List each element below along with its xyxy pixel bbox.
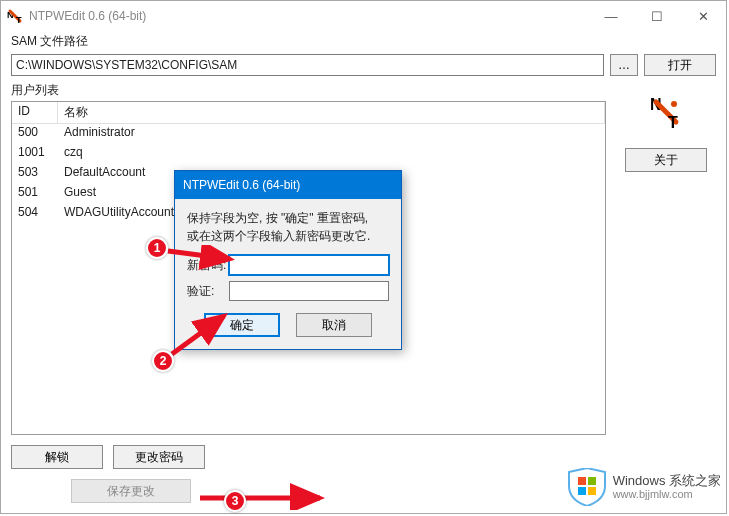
col-header-id[interactable]: ID (12, 102, 58, 123)
svg-text:T: T (668, 114, 678, 130)
cell-name: czq (58, 144, 605, 164)
svg-point-5 (671, 101, 677, 107)
cell-id: 500 (12, 124, 58, 144)
cell-id: 503 (12, 164, 58, 184)
change-password-button[interactable]: 更改密码 (113, 445, 205, 469)
col-header-name[interactable]: 名称 (58, 102, 605, 123)
maximize-button[interactable]: ☐ (634, 1, 680, 31)
close-button[interactable]: ✕ (680, 1, 726, 31)
watermark-title: Windows 系统之家 (613, 474, 721, 488)
open-button[interactable]: 打开 (644, 54, 716, 76)
table-row[interactable]: 500Administrator (12, 124, 605, 144)
sam-path-row: … 打开 (1, 52, 726, 82)
window-controls: — ☐ ✕ (588, 1, 726, 31)
dialog-cancel-button[interactable]: 取消 (296, 313, 372, 337)
userlist-label: 用户列表 (11, 82, 606, 99)
annotation-callout-2: 2 (152, 350, 174, 372)
unlock-button[interactable]: 解锁 (11, 445, 103, 469)
verify-password-label: 验证: (187, 283, 229, 300)
cell-id: 504 (12, 204, 58, 224)
minimize-button[interactable]: — (588, 1, 634, 31)
watermark: Windows 系统之家 www.bjjmlw.com (567, 468, 721, 506)
dialog-title[interactable]: NTPWEdit 0.6 (64-bit) (175, 171, 401, 199)
annotation-callout-1: 1 (146, 237, 168, 259)
sam-path-label: SAM 文件路径 (1, 31, 726, 52)
verify-password-input[interactable] (229, 281, 389, 301)
new-password-input[interactable] (229, 255, 389, 275)
listview-header: ID 名称 (12, 102, 605, 124)
password-dialog: NTPWEdit 0.6 (64-bit) 保持字段为空, 按 "确定" 重置密… (174, 170, 402, 350)
svg-rect-13 (588, 487, 596, 495)
annotation-callout-3: 3 (224, 490, 246, 512)
svg-text:T: T (16, 15, 22, 24)
save-button[interactable]: 保存更改 (71, 479, 191, 503)
windows-shield-icon (567, 468, 607, 506)
table-row[interactable]: 1001czq (12, 144, 605, 164)
about-button[interactable]: 关于 (625, 148, 707, 172)
cell-id: 1001 (12, 144, 58, 164)
dialog-instruction-line2: 或在这两个字段输入新密码更改它. (187, 229, 370, 243)
app-logo-icon: N T (648, 94, 684, 130)
app-icon: N T (7, 8, 23, 24)
dialog-instruction-line1: 保持字段为空, 按 "确定" 重置密码, (187, 211, 368, 225)
cell-id: 501 (12, 184, 58, 204)
dialog-ok-button[interactable]: 确定 (204, 313, 280, 337)
watermark-url: www.bjjmlw.com (613, 488, 721, 500)
dialog-instructions: 保持字段为空, 按 "确定" 重置密码, 或在这两个字段输入新密码更改它. (187, 209, 389, 245)
window-title: NTPWEdit 0.6 (64-bit) (29, 9, 588, 23)
svg-rect-11 (588, 477, 596, 485)
svg-rect-10 (578, 477, 586, 485)
sam-path-input[interactable] (11, 54, 604, 76)
browse-button[interactable]: … (610, 54, 638, 76)
svg-rect-12 (578, 487, 586, 495)
titlebar: N T NTPWEdit 0.6 (64-bit) — ☐ ✕ (1, 1, 726, 31)
new-password-label: 新密码: (187, 257, 229, 274)
cell-name: Administrator (58, 124, 605, 144)
